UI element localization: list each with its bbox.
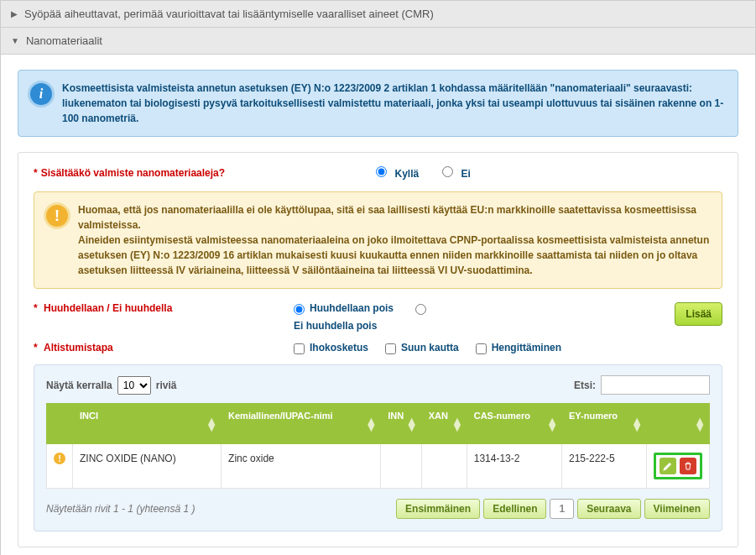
radio-no[interactable]: [442, 166, 453, 177]
pager-first[interactable]: Ensimmäinen: [396, 499, 480, 519]
radio-no-label[interactable]: Ei: [442, 166, 471, 180]
col-inci[interactable]: INCI▲▼: [73, 404, 222, 444]
check-dermal[interactable]: [294, 343, 305, 354]
cell-xan: [421, 444, 467, 489]
radio-no-rinse-radio[interactable]: [415, 304, 426, 315]
check-oral[interactable]: [385, 343, 396, 354]
pager-page-1[interactable]: 1: [550, 499, 574, 519]
show-suffix: riviä: [156, 380, 177, 391]
delete-icon[interactable]: [680, 458, 696, 474]
radio-no-rinse-input[interactable]: [415, 302, 431, 315]
radio-no-rinse-label[interactable]: Ei huuhdella pois: [294, 320, 394, 332]
required-asterisk: *: [34, 167, 38, 179]
edit-icon[interactable]: [660, 458, 676, 474]
required-asterisk: *: [34, 302, 38, 314]
show-prefix: Näytä kerralla: [46, 380, 112, 391]
col-actions[interactable]: ▲▼: [647, 404, 710, 444]
col-cas[interactable]: CAS-numero▲▼: [467, 404, 561, 444]
accordion-cmr-title: Syöpää aiheuttavat, perimää vaurioittava…: [24, 8, 434, 20]
nano-table: INCI▲▼ Kemiallinen/IUPAC-nimi▲▼ INN▲▼ XA…: [46, 403, 710, 489]
cell-ey: 215-222-5: [562, 444, 647, 489]
label-exposure: Altistumistapa: [44, 342, 113, 353]
pager-next[interactable]: Seuraava: [577, 499, 640, 519]
col-chem[interactable]: Kemiallinen/IUPAC-nimi▲▼: [222, 404, 381, 444]
row-warning-icon: !: [54, 453, 65, 464]
cell-inci: ZINC OXIDE (NANO): [73, 444, 222, 489]
pager-last[interactable]: Viimeinen: [644, 499, 710, 519]
search-label: Etsi:: [574, 380, 596, 391]
info-box: i Kosmeettisista valmisteista annetun as…: [18, 70, 738, 137]
check-inhalation[interactable]: [476, 343, 487, 354]
check-dermal-label[interactable]: Ihokosketus: [294, 342, 368, 354]
radio-yes-label[interactable]: Kyllä: [376, 166, 419, 180]
required-asterisk: *: [34, 342, 38, 353]
warning-box: ! Huomaa, että jos nanomateriaalilla ei …: [34, 191, 722, 289]
cell-inn: [381, 444, 421, 489]
add-button[interactable]: Lisää: [675, 302, 722, 326]
accordion-nano[interactable]: ▼ Nanomateriaalit: [0, 28, 756, 55]
warning-text-1: Huomaa, että jos nanomateriaalilla ei ol…: [78, 202, 710, 233]
col-inn[interactable]: INN▲▼: [381, 404, 421, 444]
pager-prev[interactable]: Edellinen: [483, 499, 546, 519]
accordion-cmr[interactable]: ▶ Syöpää aiheuttavat, perimää vaurioitta…: [0, 0, 756, 28]
radio-rinse-off-label[interactable]: Huuhdellaan pois: [294, 302, 394, 315]
cell-cas: 1314-13-2: [467, 444, 561, 489]
label-rinse: Huuhdellaan / Ei huuhdella: [44, 302, 172, 314]
check-oral-label[interactable]: Suun kautta: [385, 342, 459, 354]
label-contains-nano: Sisältääkö valmiste nanomateriaaleja?: [41, 167, 225, 179]
chevron-right-icon: ▶: [11, 9, 18, 18]
check-inhalation-label[interactable]: Hengittäminen: [476, 342, 561, 354]
cell-chem: Zinc oxide: [222, 444, 381, 489]
search-input[interactable]: [601, 375, 710, 395]
table-panel: Näytä kerralla 10 riviä Etsi: INCI▲▼ K: [34, 364, 722, 531]
warning-icon: !: [46, 205, 68, 227]
warning-text-2: Aineiden esiintymisestä valmisteessa nan…: [78, 233, 710, 278]
accordion-nano-title: Nanomateriaalit: [26, 34, 102, 47]
col-status[interactable]: [47, 404, 73, 444]
action-highlight: [654, 453, 702, 479]
col-xan[interactable]: XAN▲▼: [421, 404, 467, 444]
info-icon: i: [30, 83, 52, 105]
radio-rinse-off[interactable]: [294, 304, 305, 315]
radio-yes[interactable]: [376, 166, 387, 177]
chevron-down-icon: ▼: [11, 36, 19, 45]
info-text-line2: liukenematon tai biologisesti pysyvä tar…: [62, 96, 726, 126]
page-size-select[interactable]: 10: [117, 376, 151, 395]
col-ey[interactable]: EY-numero▲▼: [562, 404, 647, 444]
info-text-line1: Kosmeettisista valmisteista annetun aset…: [62, 81, 726, 96]
pager: Ensimmäinen Edellinen 1 Seuraava Viimein…: [396, 499, 710, 519]
table-info: Näytetään rivit 1 - 1 (yhteensä 1 ): [46, 503, 195, 515]
table-row: ! ZINC OXIDE (NANO) Zinc oxide 1314-13-2…: [47, 444, 710, 489]
